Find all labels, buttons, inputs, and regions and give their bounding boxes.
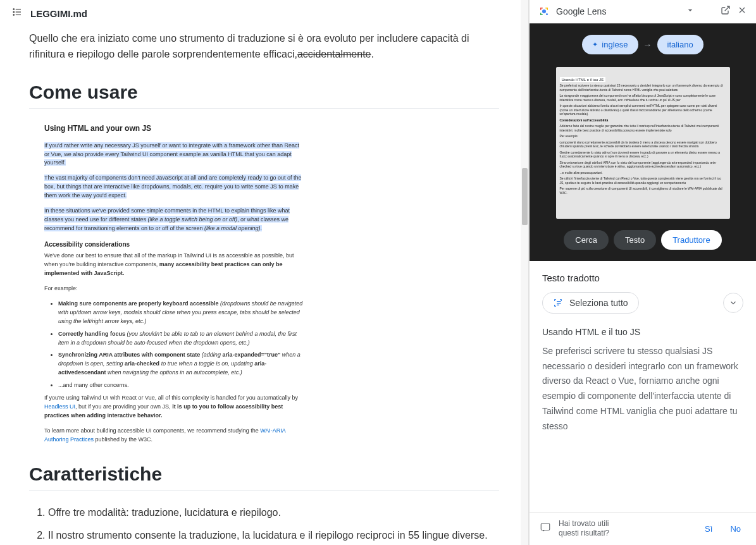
features-heading: Caratteristiche	[29, 463, 499, 491]
dropdown-icon[interactable]	[685, 5, 695, 18]
open-in-new-icon[interactable]	[721, 5, 731, 18]
svg-point-6	[542, 9, 546, 13]
outline-icon[interactable]	[11, 6, 23, 20]
source-language-chip[interactable]: inglese	[582, 35, 638, 54]
usage-heading: Come usare	[29, 82, 499, 109]
lens-tabs: Cerca Testo Traduttore	[564, 230, 721, 250]
svg-point-7	[546, 13, 548, 15]
feedback-bar: Hai trovato utiliquesti risultati? Sì No	[530, 512, 756, 545]
translated-section: Testo tradotto Seleziona tutto Usando HT…	[530, 261, 756, 512]
features-list: Offre tre modalità: traduzione, lucidatu…	[29, 505, 499, 544]
scrollbar-thumb[interactable]	[522, 168, 528, 225]
close-icon[interactable]	[737, 5, 747, 18]
tab-text[interactable]: Testo	[614, 230, 656, 250]
feedback-icon	[540, 522, 551, 536]
list-item: Offre tre modalità: traduzione, lucidatu…	[48, 505, 499, 521]
document-pane: LEGGIMI.md Quello che era iniziato come …	[0, 0, 529, 545]
svg-point-2	[13, 11, 15, 13]
tab-search[interactable]: Cerca	[564, 230, 609, 250]
translated-text: Usando HTML e il tuo JS Se preferisci sc…	[542, 325, 743, 434]
lens-header: Google Lens	[530, 0, 756, 23]
select-all-button[interactable]: Seleziona tutto	[542, 292, 639, 314]
arrow-icon: →	[643, 40, 652, 50]
google-lens-icon	[538, 6, 550, 17]
svg-point-0	[13, 9, 15, 10]
scrollbar[interactable]	[521, 0, 528, 545]
language-selector-row: inglese → italiano	[582, 35, 703, 54]
document-header: LEGGIMI.md	[0, 0, 528, 27]
feedback-no-button[interactable]: No	[725, 522, 746, 536]
intro-paragraph: Quello che era iniziato come uno strumen…	[29, 31, 499, 63]
tab-translate[interactable]: Traduttore	[661, 230, 722, 250]
embedded-title: Using HTML and your own JS	[44, 124, 304, 133]
svg-point-4	[13, 15, 15, 16]
feedback-question: Hai trovato utiliquesti risultati?	[559, 519, 692, 539]
target-language-chip[interactable]: italiano	[657, 35, 703, 54]
document-filename: LEGGIMI.md	[30, 8, 87, 19]
lens-dark-area: inglese → italiano Usando HTML e il tuo …	[530, 23, 756, 261]
lens-panel: Google Lens inglese → italiano Usando HT…	[529, 0, 756, 545]
embedded-screenshot: Using HTML and your own JS If you'd rath…	[44, 124, 304, 444]
list-item: Il nostro strumento consente la traduzio…	[48, 527, 499, 544]
feedback-yes-button[interactable]: Sì	[700, 522, 717, 536]
accessibility-heading: Accessibility considerations	[44, 241, 304, 248]
expand-button[interactable]	[723, 293, 743, 313]
document-body: Quello che era iniziato come uno strumen…	[0, 27, 528, 544]
lens-title: Google Lens	[556, 6, 679, 16]
image-preview[interactable]: Usando HTML e il tuo JS Se preferisci sc…	[556, 67, 730, 219]
translated-heading: Testo tradotto	[542, 272, 743, 283]
svg-rect-8	[541, 524, 550, 530]
